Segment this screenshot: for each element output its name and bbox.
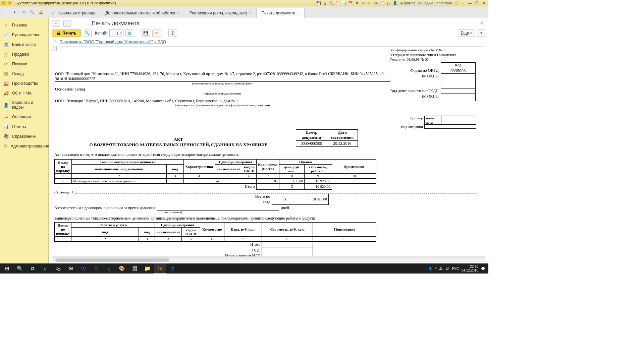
doc-number: 0000-000599 [296, 141, 327, 147]
calendar-icon[interactable]: 📅 [348, 0, 353, 6]
m-icon[interactable]: M [361, 0, 366, 6]
tab-close-icon[interactable]: × [298, 11, 300, 15]
save-icon[interactable]: 💾 [316, 0, 321, 6]
back-button[interactable]: ← [52, 20, 60, 27]
sidebar-item-production[interactable]: 🏭Производство [0, 78, 48, 88]
mail-icon[interactable]: ✉ [64, 263, 77, 274]
tab-print-doc-label: Печать документа [261, 11, 295, 15]
notepad-icon[interactable]: 📓 [128, 263, 141, 274]
more-button[interactable]: Еще▾ [458, 29, 475, 37]
sidebar-item-bank[interactable]: 🏦Банк и касса [0, 40, 48, 49]
tab-home[interactable]: ⌂ Начальная страница [47, 8, 100, 18]
calc-icon[interactable]: 🖩 [354, 0, 360, 6]
start-button[interactable]: ⊞ [1, 263, 13, 274]
history-icon[interactable]: ⟲ [19, 8, 28, 16]
sidebar-item-assets[interactable]: 🚚ОС и НМА [0, 88, 48, 98]
tab-reports[interactable]: Дополнительные отчеты и обработки × [100, 8, 184, 18]
explorer-icon[interactable]: 📁 [141, 263, 154, 274]
tray-lang[interactable]: РУС [452, 267, 459, 270]
task-view[interactable]: ⧉ [26, 263, 39, 274]
help-button[interactable]: ? [477, 29, 485, 37]
table-settings-button[interactable]: ▦ [125, 29, 134, 37]
window-close[interactable]: ✕ [481, 1, 487, 5]
edo-connect-link[interactable]: Подключить "ООО "Торговый дом "Комплексн… [59, 40, 166, 44]
m-minus-icon[interactable]: M- [373, 0, 379, 6]
form-note-2: Утверждена постановлением Госкомстата [390, 53, 476, 57]
copies-input[interactable]: 1▲▼ [109, 29, 123, 37]
forward-button[interactable]: → [63, 20, 71, 27]
ie-icon[interactable]: e [103, 263, 115, 274]
tray-notifications-icon[interactable]: 💬 [481, 267, 485, 270]
sidebar-item-warehouse[interactable]: ▦Склад [0, 69, 48, 78]
store-icon[interactable]: 🛍 [52, 263, 64, 274]
sidebar-item-manager[interactable]: 📈Руководителю [0, 30, 48, 40]
sidebar-item-operations[interactable]: ⇄Операции [0, 112, 48, 122]
horizontal-scrollbar[interactable] [52, 257, 485, 262]
print-button[interactable]: 🖨 Печать [52, 29, 81, 37]
struct-caption: (структурное подразделение) [55, 92, 390, 95]
akt-subtitle: О ВОЗВРАТЕ ТОВАРНО-МАТЕРИАЛЬНЫХ ЦЕННОСТЕ… [54, 142, 303, 147]
tray-chevron-icon[interactable]: ^ [435, 267, 437, 270]
window-minimize[interactable]: — [467, 1, 473, 5]
paint-icon[interactable]: 🎨 [115, 263, 128, 274]
copy-icon[interactable]: 📋 [335, 0, 340, 6]
excel-icon[interactable]: X [90, 263, 103, 274]
sidebar-item-admin[interactable]: ⚙Администрирование [0, 141, 48, 151]
1c-taskbar-icon[interactable]: 1c [154, 263, 166, 274]
akt-intro-text: Акт составлен в том, что поклажедатель п… [54, 152, 476, 157]
sidebar-item-purchases[interactable]: 🛍Покупки [0, 59, 48, 69]
sidebar-item-catalogs[interactable]: 📚Справочники [0, 131, 48, 141]
tab-close-icon[interactable]: × [177, 11, 179, 15]
org-caption: (организация-хранитель, адрес, телефон, … [55, 82, 390, 85]
window-restore[interactable]: ❐ [474, 1, 480, 5]
preview-icon[interactable]: 🔍 [329, 0, 334, 6]
sum-button[interactable]: Σ [168, 29, 177, 37]
apps-icon[interactable]: ⋮⋮⋮ [2, 8, 10, 16]
okud-label: Форма по ОКУД [390, 68, 441, 74]
tab-print-doc[interactable]: Печать документа × [256, 8, 305, 18]
app-menu-dropdown[interactable]: ▾ [7, 1, 12, 5]
sidebar-item-salary[interactable]: 👤Зарплата и кадры [0, 98, 48, 112]
spreadsheet-corner[interactable] [52, 46, 57, 51]
info-icon[interactable]: ⓘ [454, 0, 460, 6]
person-icon: 👤 [3, 103, 9, 108]
grid-icon: ▦ [3, 71, 9, 76]
tray-clock[interactable]: 23:20 04.12.2018 [462, 265, 478, 272]
factory-icon: 🏭 [3, 81, 9, 86]
edge-icon[interactable]: e [39, 263, 52, 274]
word-icon[interactable]: W [77, 263, 90, 274]
sidebar-item-label: Продажи [12, 52, 29, 57]
page-close-button[interactable]: × [478, 21, 485, 26]
favorite-icon[interactable]: ★ [11, 8, 19, 16]
sidebar-item-reports[interactable]: 📊Отчеты [0, 122, 48, 131]
taskbar-search[interactable]: 🔍 [13, 263, 26, 274]
sidebar-item-sales[interactable]: 🛒Продажи [0, 49, 48, 59]
sidebar-item-main[interactable]: ≡Главное [0, 20, 48, 30]
window-icon[interactable]: ▢ [386, 0, 391, 6]
search-icon[interactable]: 🔍 [28, 8, 36, 16]
user-name[interactable]: Абрамов Геннадий Сергеевич [400, 1, 452, 5]
sidebar-item-label: ОС и НМА [12, 91, 32, 96]
print-button-label: Печать [62, 31, 76, 36]
sidebar-item-label: Администрирование [11, 144, 49, 148]
tmc-table: Номер по порядку Товарно-материальные це… [54, 159, 376, 190]
chart-icon[interactable]: 📊 [341, 0, 347, 6]
tray-network-icon[interactable]: 🖧 [439, 267, 443, 270]
tray-people-icon[interactable]: 👤 [428, 267, 432, 270]
skype-icon[interactable]: S [166, 263, 179, 274]
clock-icon[interactable]: 🕐 [380, 0, 385, 6]
m-plus-icon[interactable]: M+ [367, 0, 372, 6]
tray-volume-icon[interactable]: 🔊 [445, 267, 449, 270]
info-dropdown-icon[interactable]: ▾ [461, 0, 466, 6]
document-preview[interactable]: ООО "Торговый дом "Комплексный", ИНН 779… [52, 46, 485, 257]
sidebar-item-label: Отчеты [12, 124, 26, 129]
poklad-caption: (поклажедатель (наименование, адрес, тел… [55, 104, 390, 107]
tab-close-icon[interactable]: × [249, 11, 251, 15]
save-disk-button[interactable]: 💾 [142, 29, 150, 37]
kod-header: Код [441, 63, 475, 68]
tab-realization[interactable]: Реализация (акты, накладные) × [184, 8, 257, 18]
email-button[interactable]: ✉ [152, 29, 161, 37]
preview-button[interactable]: 🔍 [83, 29, 92, 37]
bell-icon[interactable]: 🔔 [37, 8, 45, 16]
print-icon[interactable]: 🖨 [322, 0, 328, 6]
